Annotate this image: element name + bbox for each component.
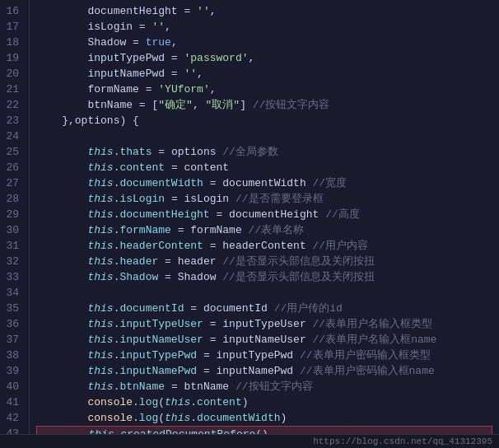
code-line-38: this.inputTypePwd = inputTypePwd //表单用户密… <box>36 348 492 363</box>
code-line-36: this.inputTypeUser = inputTypeUser //表单用… <box>36 316 492 332</box>
code-line-35: this.documentId = documentId //用户传的id <box>36 301 492 316</box>
code-line-37: this.inputNameUser = inputNameUser //表单用… <box>36 332 492 348</box>
code-line-30: this.formName = formName //表单名称 <box>36 222 492 238</box>
code-line-28: this.isLogin = isLogin //是否需要登录框 <box>36 191 492 207</box>
watermark-text: https://blog.csdn.net/qq_41312395 <box>313 436 492 446</box>
code-line-23: },options) { <box>36 113 492 128</box>
code-line-21: formName = 'YUform', <box>36 82 492 97</box>
code-line-42: console.log(this.documentWidth) <box>36 410 492 426</box>
watermark-bar: https://blog.csdn.net/qq_41312395 <box>0 434 499 448</box>
code-line-25: this.thats = options //全局参数 <box>36 144 492 160</box>
code-editor: 16 17 18 19 20 21 22 23 24 25 26 27 28 2… <box>0 0 499 448</box>
code-line-34 <box>36 285 492 301</box>
line-numbers: 16 17 18 19 20 21 22 23 24 25 26 27 28 2… <box>0 0 30 434</box>
code-line-16: documentHeight = '', <box>36 3 492 19</box>
code-line-33: this.Shadow = Shadow //是否显示头部信息及关闭按扭 <box>36 269 492 285</box>
code-line-18: Shadow = true, <box>36 35 492 50</box>
code-line-43: this.createdDocumentBefore() <box>36 426 492 434</box>
code-line-24 <box>36 128 492 144</box>
code-line-20: inputNamePwd = '', <box>36 66 492 82</box>
code-line-19: inputTypePwd = 'password', <box>36 50 492 66</box>
code-line-26: this.content = content <box>36 160 492 175</box>
code-line-32: this.header = header //是否显示头部信息及关闭按扭 <box>36 254 492 269</box>
code-line-22: btnName = ["确定", "取消"] //按钮文字内容 <box>36 97 492 113</box>
code-line-17: isLogin = '', <box>36 19 492 35</box>
code-line-41: console.log(this.content) <box>36 394 492 410</box>
code-content[interactable]: documentHeight = '', isLogin = '', Shado… <box>30 0 499 434</box>
code-area: 16 17 18 19 20 21 22 23 24 25 26 27 28 2… <box>0 0 499 434</box>
code-line-39: this.inputNamePwd = inputNamePwd //表单用户密… <box>36 363 492 379</box>
code-line-40: this.btnName = btnName //按钮文字内容 <box>36 379 492 394</box>
code-line-31: this.headerContent = headerContent //用户内… <box>36 238 492 254</box>
code-line-27: this.documentWidth = documentWidth //宽度 <box>36 175 492 191</box>
code-line-29: this.documentHeight = documentHeight //高… <box>36 207 492 222</box>
